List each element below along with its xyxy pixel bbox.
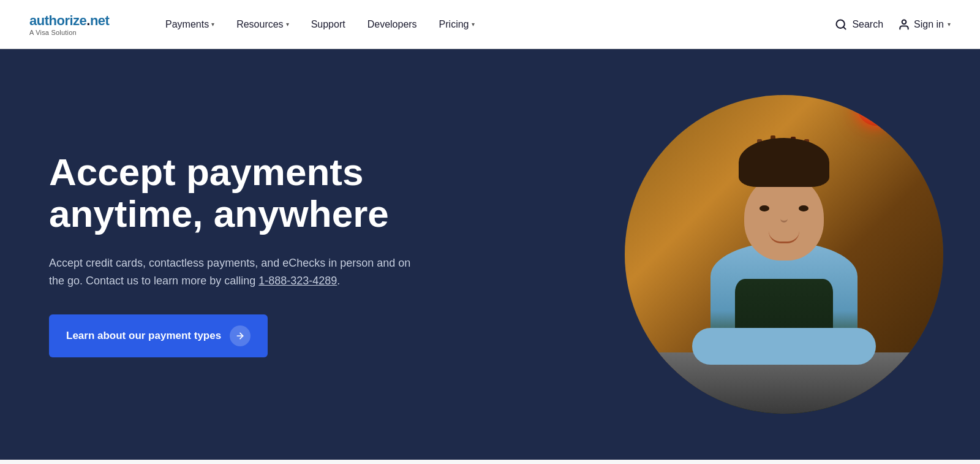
logo-tagline: A Visa Solution bbox=[29, 29, 127, 36]
hero-content: Accept payments anytime, anywhere Accept… bbox=[49, 151, 478, 357]
logo-brand: authorize.net bbox=[29, 13, 109, 28]
smile bbox=[769, 231, 799, 243]
pricing-chevron-icon: ▾ bbox=[472, 21, 475, 28]
hero-desc-suffix: . bbox=[337, 275, 340, 287]
hero-image-placeholder bbox=[625, 95, 943, 414]
signin-chevron-icon: ▾ bbox=[948, 21, 951, 28]
nav-support[interactable]: Support bbox=[303, 14, 354, 35]
svg-line-1 bbox=[843, 26, 846, 29]
main-nav: authorize.net A Visa Solution Payments ▾… bbox=[0, 0, 980, 49]
user-icon bbox=[898, 18, 910, 31]
eye-right bbox=[799, 205, 809, 211]
nav-links: Payments ▾ Resources ▾ Support Developer… bbox=[157, 14, 835, 35]
eye-left bbox=[760, 205, 769, 211]
hero-description: Accept credit cards, contactless payment… bbox=[49, 254, 417, 290]
nav-payments[interactable]: Payments ▾ bbox=[157, 14, 223, 35]
search-button[interactable]: Search bbox=[835, 18, 883, 31]
nav-developers[interactable]: Developers bbox=[359, 14, 426, 35]
arms-decoration bbox=[692, 328, 876, 365]
head-decoration bbox=[744, 175, 824, 261]
arrow-icon bbox=[230, 325, 251, 346]
hair-decoration bbox=[739, 138, 829, 187]
nav-right: Search Sign in ▾ bbox=[835, 18, 951, 31]
hero-image bbox=[625, 95, 943, 414]
hero-title: Accept payments anytime, anywhere bbox=[49, 151, 478, 235]
resources-chevron-icon: ▾ bbox=[286, 21, 289, 28]
nav-pricing[interactable]: Pricing ▾ bbox=[431, 14, 483, 35]
hero-cta-button[interactable]: Learn about our payment types bbox=[49, 314, 268, 357]
hero-desc-text: Accept credit cards, contactless payment… bbox=[49, 257, 410, 287]
nav-resources[interactable]: Resources ▾ bbox=[228, 14, 297, 35]
nose bbox=[780, 218, 788, 222]
svg-point-2 bbox=[902, 20, 907, 24]
search-icon bbox=[835, 18, 847, 31]
hero-phone-link[interactable]: 1-888-323-4289 bbox=[258, 275, 337, 287]
signin-button[interactable]: Sign in ▾ bbox=[898, 18, 951, 31]
logo-text: authorize.net bbox=[29, 13, 127, 29]
hero-section: Accept payments anytime, anywhere Accept… bbox=[0, 49, 980, 460]
bottom-section: Offer the payment options people... bbox=[0, 460, 980, 464]
payments-chevron-icon: ▾ bbox=[211, 21, 214, 28]
logo[interactable]: authorize.net A Visa Solution bbox=[29, 13, 127, 36]
hero-cta-label: Learn about our payment types bbox=[66, 330, 221, 342]
